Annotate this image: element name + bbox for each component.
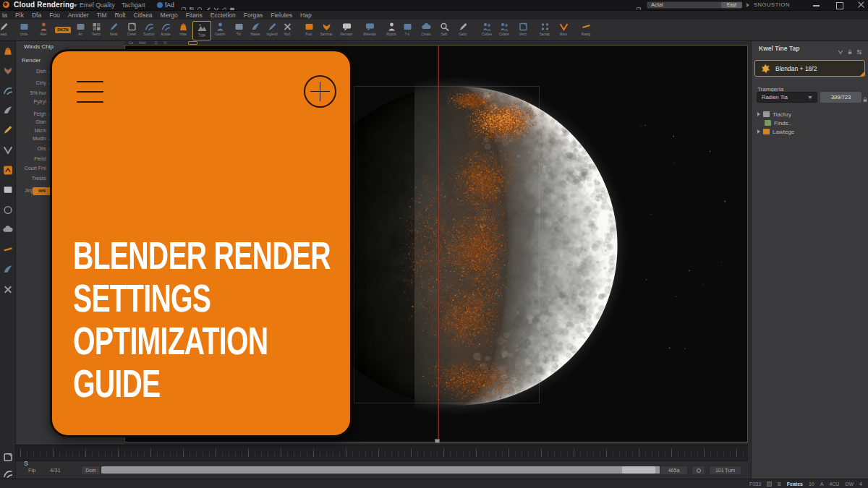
brush-tool-icon[interactable] (2, 124, 14, 136)
pill-tool-icon[interactable] (2, 244, 14, 256)
timeline-marker-handle[interactable] (435, 439, 440, 443)
lock-icon[interactable] (847, 45, 853, 58)
range-button[interactable]: 465a (660, 466, 688, 475)
minimize-button[interactable] (812, 0, 822, 10)
tool-cretet[interactable]: Cretet (122, 21, 141, 40)
tool-wars[interactable]: Wars (554, 21, 573, 40)
tool-recrawr[interactable]: Recrawr (337, 21, 356, 40)
tool-gaizy[interactable]: Gaizy (454, 21, 472, 40)
menu-item-forgas[interactable]: Forgas (244, 11, 263, 20)
timeline-ruler[interactable] (16, 445, 748, 461)
tool-gawint[interactable]: Gawint (210, 21, 229, 40)
tool-unde[interactable]: Unde (14, 21, 33, 40)
setting-label: Michi (16, 128, 46, 133)
titlebar-menu-tachgart[interactable]: Tachgart (122, 0, 145, 10)
menu-icon[interactable] (856, 45, 862, 58)
tool-coldes[interactable]: Coldes (477, 21, 496, 40)
ring-tool-icon[interactable] (2, 205, 14, 216)
tool-colater[interactable]: Colater (495, 21, 514, 40)
active-tool-icon[interactable] (2, 165, 14, 176)
stamp-tool-icon[interactable] (2, 452, 14, 463)
fad-icon[interactable] (157, 2, 163, 8)
hamburger-menu-icon[interactable] (77, 81, 103, 106)
object-item[interactable]: Blendan + 18/2 (754, 60, 865, 77)
menu-item-hap[interactable]: Hap (300, 11, 312, 20)
menu-item-ecctetlon[interactable]: Ecctetlon (210, 11, 236, 20)
tool-dkzn[interactable]: DKZN (54, 21, 72, 40)
colater-icon (499, 22, 510, 32)
fip-label: Fip (28, 467, 35, 474)
tool-rawig[interactable]: Rawig (576, 21, 595, 40)
resolution-field[interactable]: 399/723 (820, 92, 861, 103)
timeline-scrubber-segment[interactable] (622, 466, 655, 474)
material-dropdown[interactable]: Radien Tia (757, 92, 817, 103)
card-title: BLENDER RENDER SETTINGS OPTIMIZATION GUI… (73, 234, 391, 405)
knife-tool-icon[interactable] (2, 145, 14, 156)
clamp-tool-icon[interactable] (2, 284, 14, 296)
tool-label: eapt (0, 32, 12, 35)
lock-icon[interactable] (862, 93, 868, 100)
tool-nurl[interactable]: Nurl (278, 21, 297, 40)
plus-button[interactable] (304, 75, 336, 108)
main-toolbar: eaptUndeAlterDKZNAriTesnoNelalCretetSyst… (0, 20, 868, 41)
left-panel-tab[interactable]: Winds Chip (24, 43, 54, 50)
tree-item-finds-[interactable]: Finds.. (765, 120, 791, 127)
tree-caret-icon[interactable] (757, 112, 760, 116)
wrench-tool-icon[interactable] (2, 85, 14, 97)
tool-inias[interactable]: Inias (174, 21, 192, 40)
end-frame-button[interactable]: 101 Tum (709, 466, 741, 475)
menubar: taPlkDfaFouAnviderTiMRoltCitlseaMergoFit… (0, 10, 868, 20)
unde-icon (19, 22, 30, 32)
dcm-button[interactable]: Dcm (81, 466, 101, 475)
tool-nelal[interactable]: Nelal (104, 21, 123, 40)
tool-alter[interactable]: Alter (34, 21, 53, 40)
close-button[interactable] (856, 0, 867, 10)
tool-cinars[interactable]: Cinars (417, 21, 435, 40)
tree-caret-icon[interactable] (757, 129, 760, 134)
tool-tesno[interactable]: Tesno (87, 21, 106, 40)
menu-item-dfa[interactable]: Dfa (32, 11, 41, 20)
tree-item-lawtege[interactable]: Lawtege (757, 129, 794, 136)
tool-verct[interactable]: Verct (514, 21, 532, 40)
tool-acwite[interactable]: Acwite (156, 21, 175, 40)
menu-item-anvider[interactable]: Anvider (68, 11, 89, 20)
maximize-button[interactable] (835, 0, 845, 10)
fad-label: fAd (165, 0, 174, 10)
tool-sailt[interactable]: Sailt (435, 21, 454, 40)
menu-item-mergo[interactable]: Mergo (161, 11, 178, 20)
statusbar: F033BFeates10A4CUDW4 (0, 479, 868, 488)
tool-saorap[interactable]: Saorap (535, 21, 554, 40)
tool-sammat[interactable]: Sammat (317, 21, 336, 40)
tool-tyga[interactable]: Tyga (192, 21, 211, 40)
menu-item-plk[interactable]: Plk (15, 11, 24, 20)
tree-node-icon (765, 120, 771, 126)
right-panel-header-icons (838, 45, 862, 58)
menu-item-tim[interactable]: TiM (97, 11, 107, 20)
jet-tool-icon[interactable] (2, 264, 14, 275)
menu-item-fitans[interactable]: Fitans (186, 11, 203, 20)
menu-item-rolt[interactable]: Rolt (114, 11, 125, 20)
search-button[interactable]: East (721, 2, 742, 8)
status-square-icon (767, 481, 772, 487)
hand-tool-icon[interactable] (2, 105, 14, 116)
tool-t-it[interactable]: T-it (398, 21, 417, 40)
titlebar-menu-quality[interactable]: Emef Quality (80, 0, 115, 10)
jinji-value-chip[interactable]: WN (33, 187, 51, 195)
pin-icon[interactable] (838, 45, 843, 58)
tool-eapt[interactable]: eapt (0, 21, 13, 40)
drill-tool-icon[interactable] (2, 65, 14, 77)
rypick-icon (386, 22, 397, 32)
menu-item-ta[interactable]: ta (2, 11, 7, 20)
tool-fust[interactable]: Fust (299, 21, 318, 40)
menu-item-fielutes[interactable]: Fielutes (271, 11, 292, 20)
menu-item-citlsea[interactable]: Citlsea (134, 11, 153, 20)
loop-button[interactable] (692, 466, 705, 475)
title-caret-icon[interactable] (73, 4, 77, 7)
tool-wetends[interactable]: Wetends (360, 21, 379, 40)
tree-item-tiachry[interactable]: Tiachry (757, 111, 791, 119)
menu-item-fou[interactable]: Fou (49, 11, 60, 20)
move-tool-icon[interactable] (2, 46, 14, 57)
timeline-scrubber[interactable] (101, 466, 662, 474)
shoe-tool-icon[interactable] (2, 224, 14, 236)
setting-label: Mudin (16, 136, 46, 141)
